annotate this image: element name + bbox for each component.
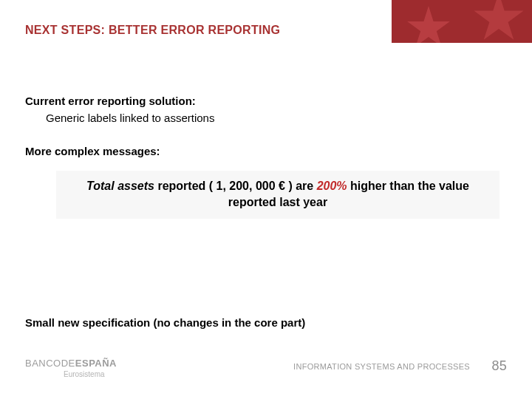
slide-title: NEXT STEPS: BETTER ERROR REPORTING <box>25 24 280 37</box>
footer-logo: BANCODEESPAÑA Eurosistema <box>25 358 117 378</box>
brand-part1: BANCODE <box>25 358 75 369</box>
message-box: Total assets reported ( 1, 200, 000 € ) … <box>56 171 499 219</box>
footer-section: INFORMATION SYSTEMS AND PROCESSES <box>293 362 470 371</box>
msg-part2: reported ( 1, 200, 000 € ) are <box>157 180 316 192</box>
msg-part1: Total assets <box>86 180 157 192</box>
footer-right: INFORMATION SYSTEMS AND PROCESSES 85 <box>293 358 507 374</box>
msg-accent: 200% <box>317 180 350 192</box>
section1-sub: Generic labels linked to assertions <box>46 112 507 124</box>
section2-heading: More complex messages: <box>25 145 507 157</box>
slide-content: Current error reporting solution: Generi… <box>25 95 507 219</box>
brand-sub: Eurosistema <box>64 370 117 379</box>
page-number: 85 <box>491 358 507 374</box>
corner-decoration <box>392 0 532 43</box>
section1-heading: Current error reporting solution: <box>25 95 507 107</box>
spec-line: Small new specification (no changes in t… <box>25 316 305 329</box>
brand-part2: ESPAÑA <box>75 358 117 369</box>
